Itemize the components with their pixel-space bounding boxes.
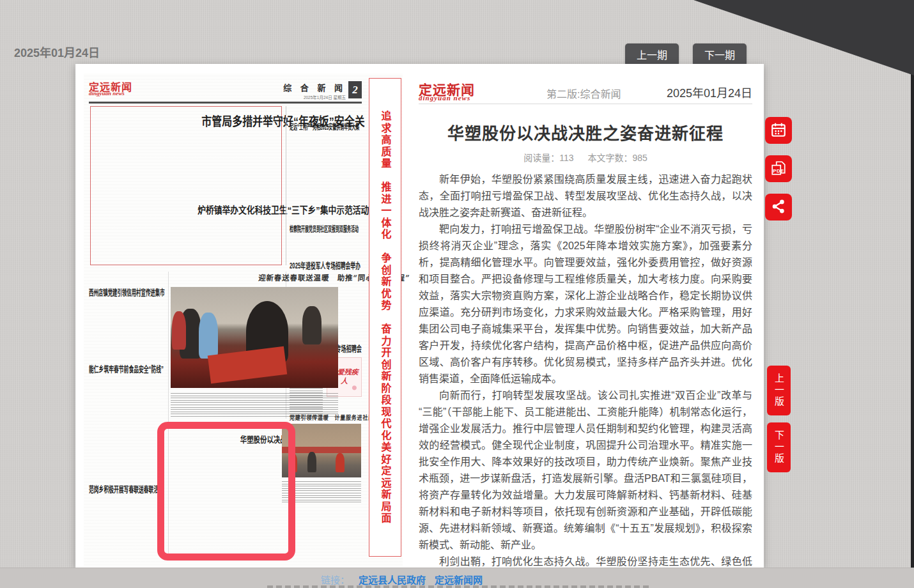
lead-story-box: 市管局多措并举守好“年夜饭”安全关 炉桥镇举办文化科技卫生“三下乡”集中示范活动: [90, 106, 282, 265]
story-text-columns: [89, 300, 167, 357]
link-news-site[interactable]: 定远新闻网: [435, 573, 483, 586]
share-icon: [770, 198, 787, 217]
photo-figure: [172, 311, 186, 350]
article-meta: 阅读量：113本文字数：985: [419, 151, 752, 164]
link-county-gov[interactable]: 定远县人民政府: [359, 573, 426, 586]
story-text-columns: [96, 135, 276, 196]
headline-jianchayuan: 检察院开展党员到社区双报到双服务活动: [290, 223, 359, 234]
pdf-button[interactable]: PDF: [765, 155, 792, 182]
photo-figure: [302, 306, 321, 344]
app-background: 2025年01月24日 上一期 下一期 定远新闻 dingyuan news 综…: [0, 0, 914, 588]
headline-xizhou: 西州店镇党建引领信用村宣传进集市: [89, 286, 165, 298]
photo-red-paper: [208, 346, 287, 383]
article-paragraph: 利剑出鞘，打响优化生态持久战。华塑股份坚持走生态优先、绿色低碳发展之路，强化生产…: [419, 553, 752, 568]
prev-page-label: 上一版: [774, 373, 784, 408]
issue-date: 2025年01月24日: [14, 43, 100, 60]
links-label: 链接：: [321, 573, 350, 586]
headline-fangang: 范岗乡积极开展写春联送春联活动: [89, 483, 164, 495]
right-edge-bar: [911, 0, 914, 588]
vertical-slogan-banner: 追求高质量 推进一体化 争创新优势 奋力开创新阶段现代化美好定远新局面: [369, 78, 401, 557]
views-value: 113: [559, 153, 573, 163]
article-paragraph: 新年伊始，华塑股份紧紧围绕高质量发展主线，迅速进入奋力起跑状态，全面打响扭亏增盈…: [419, 171, 752, 221]
paper-masthead-sub: dingyuan news: [89, 90, 125, 97]
headline-tutechan: 定远“土特产”亮相2025安徽供销年货大集: [290, 121, 359, 132]
headline-nengren: 能仁乡筑牢春节前食品安全“防线”: [89, 362, 164, 375]
story-text-columns: [290, 132, 361, 176]
slogan-text: 追求高质量 推进一体化 争创新优势 奋力开创新阶段现代化美好定远新局面: [380, 111, 391, 525]
paper-section-name: 综 合 新 闻: [237, 81, 346, 93]
photo-figure: [307, 452, 316, 472]
paper-section-date: 2025年1月24日 星期五: [237, 94, 346, 100]
reader-logo-sub: dingyuan news: [419, 94, 470, 102]
photo-figure: [336, 453, 345, 472]
prev-issue-button[interactable]: 上一期: [625, 43, 679, 66]
pdf-icon-label: PDF: [773, 168, 784, 174]
reader-date: 2025年01月24日: [667, 84, 752, 100]
views-label: 阅读量：: [523, 153, 559, 163]
words-label: 本文字数：: [587, 153, 632, 163]
prev-page-button[interactable]: 上一版: [767, 366, 791, 415]
story-text-columns: [89, 376, 167, 477]
story-text-columns: [96, 220, 276, 260]
next-page-button[interactable]: 下一版: [767, 422, 791, 472]
clipped-copyright-text: [267, 585, 651, 588]
reader-edition: 第二版:综合新闻: [546, 86, 621, 101]
newspaper-page-thumbnail[interactable]: 定远新闻 dingyuan news 综 合 新 闻 2025年1月24日 星期…: [84, 74, 403, 566]
article-title: 华塑股份以决战决胜之姿奋进新征程: [419, 120, 752, 144]
photo-figure: [199, 313, 218, 359]
headline-tuiyi: 2025年退役军人专场招聘会举办: [290, 259, 360, 271]
article-paragraph: 向新而行，打响转型发展攻坚战。该公司扎实推进“双百企业”改革与“三能”（干部能上…: [419, 387, 752, 553]
content-card: 定远新闻 dingyuan news 综 合 新 闻 2025年1月24日 星期…: [75, 64, 764, 568]
calligraphy-banner-2: 党建引领传温暖 计量服务进社区: [290, 412, 375, 422]
article-body: 新年伊始，华塑股份紧紧围绕高质量发展主线，迅速进入奋力起跑状态，全面打响扭亏增盈…: [419, 171, 752, 568]
words-value: 985: [632, 153, 647, 163]
article-paragraph: 靶向发力，打响扭亏增盈保卫战。华塑股份树牢“企业不消灭亏损，亏损终将消灭企业”理…: [419, 221, 752, 387]
paper-page-number: 2: [348, 81, 362, 98]
share-button[interactable]: [765, 194, 792, 220]
column-rule: [286, 106, 286, 265]
calendar-button[interactable]: [765, 117, 792, 144]
photo-spring-couplets: [171, 287, 338, 388]
article-highlight-box[interactable]: [157, 422, 295, 561]
next-page-label: 下一版: [774, 430, 784, 465]
story-text-columns: [290, 235, 361, 254]
next-issue-button[interactable]: 下一期: [693, 43, 747, 66]
story-text-columns: [89, 497, 167, 558]
masthead-rule: [89, 102, 362, 104]
calendar-icon: [770, 121, 787, 140]
reader-divider: [419, 104, 752, 104]
